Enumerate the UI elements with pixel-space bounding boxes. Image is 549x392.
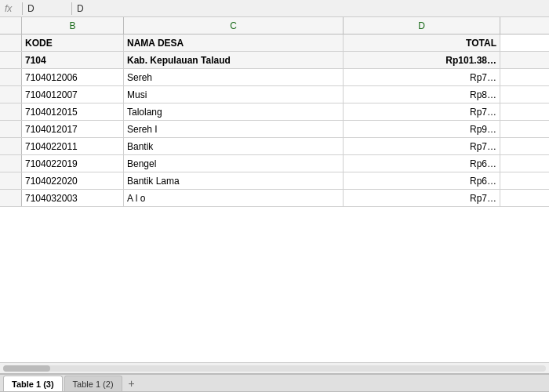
- cell-kode[interactable]: 7104: [22, 52, 124, 68]
- fx-label: fx: [5, 3, 17, 14]
- cell-total[interactable]: Rp6…: [344, 172, 500, 189]
- table-row[interactable]: 7104022020 Bantik Lama Rp6…: [0, 172, 549, 190]
- table-body: 7104 Kab. Kepulauan Talaud Rp101.38… 710…: [0, 52, 549, 207]
- row-number: [0, 190, 22, 206]
- table-row[interactable]: 7104012017 Sereh I Rp9…: [0, 121, 549, 138]
- row-number: [0, 103, 22, 120]
- row-number: [0, 121, 22, 137]
- row-number: [0, 86, 22, 103]
- add-sheet-button[interactable]: +: [124, 376, 140, 391]
- cell-total[interactable]: Rp7…: [344, 190, 500, 206]
- cell-nama-desa[interactable]: Bantik Lama: [124, 172, 344, 189]
- table-row[interactable]: 7104012015 Talolang Rp7…: [0, 103, 549, 121]
- table-row[interactable]: 7104032003 A l o Rp7…: [0, 190, 549, 207]
- column-headers: B C D: [0, 17, 549, 34]
- cell-nama-desa[interactable]: Bengel: [124, 155, 344, 172]
- cell-nama-desa[interactable]: Sereh I: [124, 121, 344, 137]
- col-header-d: D: [344, 17, 500, 34]
- col-header-c: C: [124, 17, 344, 34]
- row-number: [0, 155, 22, 172]
- scrollbar-thumb[interactable]: [3, 365, 50, 372]
- cell-nama-desa[interactable]: Musi: [124, 86, 344, 103]
- formula-value: D: [77, 3, 84, 14]
- scrollbar-track[interactable]: [3, 365, 546, 372]
- table-row[interactable]: 7104012006 Sereh Rp7…: [0, 69, 549, 86]
- cell-nama-desa[interactable]: A l o: [124, 190, 344, 206]
- cell-total[interactable]: Rp8…: [344, 86, 500, 103]
- cell-kode[interactable]: 7104022020: [22, 172, 124, 189]
- formula-divider2: [71, 2, 72, 15]
- cell-kode[interactable]: 7104032003: [22, 190, 124, 206]
- table-row[interactable]: 7104012007 Musi Rp8…: [0, 86, 549, 103]
- cell-total[interactable]: Rp7…: [344, 69, 500, 85]
- cell-reference: D: [27, 3, 67, 14]
- col-header-b: B: [22, 17, 124, 34]
- row-num-header: [0, 17, 22, 34]
- sheet-tab[interactable]: Table 1 (3): [3, 376, 63, 391]
- row-number: [0, 69, 22, 85]
- cell-kode[interactable]: 7104022019: [22, 155, 124, 172]
- row-number: [0, 34, 22, 51]
- cell-total[interactable]: Rp101.38…: [344, 52, 500, 68]
- row-number: [0, 138, 22, 154]
- cell-kode[interactable]: 7104012017: [22, 121, 124, 137]
- cell-kode[interactable]: 7104012007: [22, 86, 124, 103]
- spreadsheet: B C D KODE NAMA DESA TOTAL 7104 Kab. Kep…: [0, 17, 549, 362]
- table-row[interactable]: 7104 Kab. Kepulauan Talaud Rp101.38…: [0, 52, 549, 69]
- cell-kode[interactable]: 7104022011: [22, 138, 124, 154]
- sheet-tab[interactable]: Table 1 (2): [64, 376, 122, 391]
- scroll-area[interactable]: [0, 362, 549, 373]
- table-row[interactable]: 7104022019 Bengel Rp6…: [0, 155, 549, 172]
- cell-total[interactable]: Rp7…: [344, 103, 500, 120]
- cell-total[interactable]: Rp6…: [344, 155, 500, 172]
- cell-nama-desa[interactable]: Kab. Kepulauan Talaud: [124, 52, 344, 68]
- table-header-row: KODE NAMA DESA TOTAL: [0, 34, 549, 52]
- formula-bar: fx D D: [0, 0, 549, 17]
- cell-total[interactable]: Rp7…: [344, 138, 500, 154]
- header-nama-desa[interactable]: NAMA DESA: [124, 34, 344, 51]
- header-kode[interactable]: KODE: [22, 34, 124, 51]
- formula-divider: [22, 2, 23, 15]
- cell-kode[interactable]: 7104012015: [22, 103, 124, 120]
- header-total[interactable]: TOTAL: [344, 34, 500, 51]
- sheet-tabs: Table 1 (3)Table 1 (2)+: [0, 374, 549, 391]
- cell-nama-desa[interactable]: Bantik: [124, 138, 344, 154]
- cell-total[interactable]: Rp9…: [344, 121, 500, 137]
- row-number: [0, 172, 22, 189]
- cell-kode[interactable]: 7104012006: [22, 69, 124, 85]
- row-number: [0, 52, 22, 68]
- cell-nama-desa[interactable]: Sereh: [124, 69, 344, 85]
- cell-nama-desa[interactable]: Talolang: [124, 103, 344, 120]
- table-row[interactable]: 7104022011 Bantik Rp7…: [0, 138, 549, 155]
